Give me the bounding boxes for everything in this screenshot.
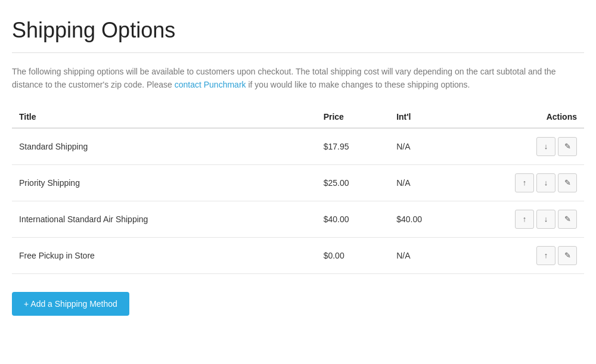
- col-header-actions: Actions: [462, 106, 584, 128]
- edit-button[interactable]: ✎: [558, 173, 577, 192]
- row-actions: ↑↓✎: [462, 164, 584, 201]
- row-intl: N/A: [389, 164, 462, 201]
- row-price: $25.00: [316, 164, 390, 201]
- row-title: Priority Shipping: [12, 164, 316, 201]
- row-actions: ↑↓✎: [462, 201, 584, 237]
- row-intl: N/A: [389, 128, 462, 165]
- title-divider: [12, 52, 584, 53]
- row-title: International Standard Air Shipping: [12, 201, 316, 237]
- move-up-button[interactable]: ↑: [536, 246, 555, 265]
- move-down-button[interactable]: ↓: [536, 137, 555, 156]
- row-actions: ↓✎: [462, 128, 584, 165]
- move-down-button[interactable]: ↓: [536, 210, 555, 229]
- row-actions: ↑✎: [462, 237, 584, 273]
- table-header-row: Title Price Int'l Actions: [12, 106, 584, 128]
- description-part2: if you would like to make changes to the…: [246, 80, 470, 89]
- row-intl: $40.00: [389, 201, 462, 237]
- col-header-price: Price: [316, 106, 390, 128]
- table-row: Standard Shipping$17.95N/A↓✎: [12, 128, 584, 165]
- edit-button[interactable]: ✎: [558, 210, 577, 229]
- move-down-button[interactable]: ↓: [536, 173, 555, 192]
- add-shipping-button[interactable]: + Add a Shipping Method: [12, 292, 129, 316]
- edit-button[interactable]: ✎: [558, 137, 577, 156]
- row-price: $0.00: [316, 237, 390, 273]
- move-up-button[interactable]: ↑: [515, 210, 534, 229]
- row-price: $40.00: [316, 201, 390, 237]
- row-intl: N/A: [389, 237, 462, 273]
- shipping-table: Title Price Int'l Actions Standard Shipp…: [12, 106, 584, 274]
- row-title: Free Pickup in Store: [12, 237, 316, 273]
- col-header-title: Title: [12, 106, 316, 128]
- contact-link[interactable]: contact Punchmark: [175, 80, 246, 89]
- move-up-button[interactable]: ↑: [515, 173, 534, 192]
- page-title: Shipping Options: [12, 18, 584, 43]
- row-price: $17.95: [316, 128, 390, 165]
- table-row: Priority Shipping$25.00N/A↑↓✎: [12, 164, 584, 201]
- row-title: Standard Shipping: [12, 128, 316, 165]
- edit-button[interactable]: ✎: [558, 246, 577, 265]
- col-header-intl: Int'l: [389, 106, 462, 128]
- table-row: International Standard Air Shipping$40.0…: [12, 201, 584, 237]
- description-text: The following shipping options will be a…: [12, 65, 584, 92]
- table-row: Free Pickup in Store$0.00N/A↑✎: [12, 237, 584, 273]
